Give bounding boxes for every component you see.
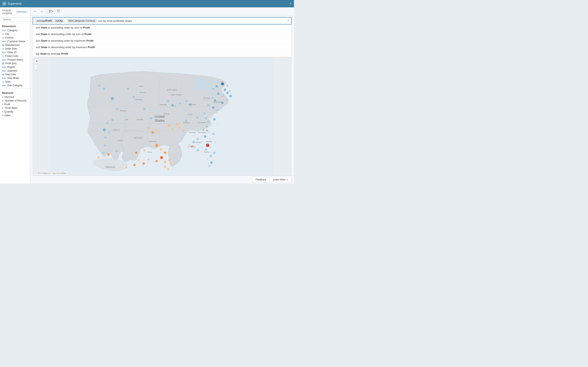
svg-point-168 xyxy=(179,126,181,129)
learn-more-button[interactable]: Learn More ↗ xyxy=(270,177,292,182)
query-clear-button[interactable]: × xyxy=(287,19,289,23)
feedback-button[interactable]: Feedback xyxy=(252,177,270,182)
main-layout: Analysis complete i Refresh › 🔍 Dimensio… xyxy=(0,7,294,184)
external-link-icon: ↗ xyxy=(286,179,288,181)
refresh-button[interactable]: Refresh › xyxy=(18,10,28,13)
svg-point-100 xyxy=(216,85,218,87)
svg-point-73 xyxy=(107,140,109,142)
svg-point-32 xyxy=(194,86,201,90)
sidebar-item-order-date[interactable]: ⊞ Order Date xyxy=(0,47,30,50)
svg-point-91 xyxy=(175,94,177,96)
sidebar-item-discount[interactable]: # Discount xyxy=(0,95,30,99)
svg-text:S: S xyxy=(4,3,5,5)
suggestion-item-2[interactable]: sort State in descending order by sum of… xyxy=(33,31,291,38)
toolbar-divider xyxy=(46,9,46,13)
svg-point-118 xyxy=(203,112,206,115)
map-view-button[interactable]: ▾ xyxy=(48,9,55,14)
token-prefix: by xyxy=(56,19,58,22)
sidebar-item-postal-code[interactable]: ⊕ Postal Code xyxy=(0,54,30,58)
map-arrow-right[interactable]: › xyxy=(35,65,37,69)
svg-point-110 xyxy=(214,99,216,101)
dim-label: State xyxy=(5,80,11,83)
token-bold: City xyxy=(58,19,63,22)
map-controls: ⊞ xyxy=(35,59,39,63)
dim-label: Order Date xyxy=(5,47,17,50)
sidebar-item-profit-ratio[interactable]: #⁺ Profit Ratio xyxy=(0,106,30,110)
link-icon: ⧓ xyxy=(2,44,4,47)
measure-label: Profit xyxy=(4,103,10,106)
svg-point-120 xyxy=(205,117,207,119)
svg-point-170 xyxy=(147,127,150,129)
sidebar-item-number-of-records[interactable]: #⁺ Number of Records xyxy=(0,99,30,103)
sidebar-item-sales[interactable]: # Sales xyxy=(0,114,30,117)
close-button[interactable]: × xyxy=(290,2,292,6)
sidebar-item-profit[interactable]: # Profit xyxy=(0,103,30,106)
query-input[interactable] xyxy=(98,19,286,22)
svg-point-134 xyxy=(197,138,199,140)
search-box: 🔍 xyxy=(0,16,30,23)
dim-label: Postal Code xyxy=(5,55,18,58)
sidebar-item-ship-date[interactable]: ▦ Ship Date xyxy=(0,73,30,76)
search-input[interactable] xyxy=(2,17,30,22)
sidebar-item-segment[interactable]: Abc Segment xyxy=(0,69,30,73)
map-container: United States Mexico Montana North Dakot… xyxy=(33,57,292,175)
svg-point-176 xyxy=(206,143,209,147)
info-icon[interactable]: i xyxy=(16,10,18,13)
map-icon xyxy=(49,10,52,13)
token-comma: , xyxy=(65,19,66,22)
sidebar-item-category[interactable]: Abc Category xyxy=(0,29,30,32)
sidebar-item-region[interactable]: Abc Region xyxy=(0,65,30,69)
svg-text:Utah: Utah xyxy=(125,118,129,120)
svg-point-105 xyxy=(222,94,224,96)
suggestion-item-3[interactable]: sort State in ascending order by maximum… xyxy=(33,38,291,44)
dim-label: Category xyxy=(7,29,17,32)
query-token-by-city: by City xyxy=(54,19,64,23)
measure-label: Profit Ratio xyxy=(5,107,17,109)
suggestion-item-1[interactable]: sort State in ascending order by sum of … xyxy=(33,25,291,31)
sidebar-item-profit-bin[interactable]: ▦ Profit (bin) xyxy=(0,62,30,65)
svg-point-72 xyxy=(104,136,107,138)
svg-point-12 xyxy=(57,11,58,12)
dim-label: Order ID xyxy=(7,51,17,54)
bottom-bar: Feedback Learn More ↗ xyxy=(30,175,294,184)
svg-point-116 xyxy=(217,109,219,111)
sidebar-item-product-name[interactable]: Abc Product Name xyxy=(0,58,30,62)
globe-icon: ⊕ xyxy=(2,33,4,35)
suggestion-item-4[interactable]: sort State in descending order by maximu… xyxy=(33,44,291,50)
sidebar-item-sub-category[interactable]: Abc Sub-Category xyxy=(0,83,30,87)
sidebar-item-city[interactable]: ⊕ City xyxy=(0,32,30,36)
filter-prefix: filter xyxy=(68,19,73,22)
svg-text:Florida: Florida xyxy=(204,151,209,153)
svg-text:Wyoming: Wyoming xyxy=(135,99,142,101)
suggestion-item-5[interactable]: top State by average Profit xyxy=(33,50,291,57)
svg-point-126 xyxy=(210,125,212,127)
svg-point-69 xyxy=(106,122,109,124)
svg-point-68 xyxy=(111,119,113,121)
sidebar-item-country[interactable]: ⊕ Country xyxy=(0,36,30,40)
present-icon xyxy=(57,9,60,13)
svg-point-87 xyxy=(139,112,141,114)
svg-point-162 xyxy=(138,159,140,161)
sidebar-item-order-id[interactable]: Abc Order ID xyxy=(0,50,30,54)
svg-point-141 xyxy=(205,148,207,151)
forward-button[interactable]: → xyxy=(39,9,44,14)
present-button[interactable] xyxy=(57,9,60,14)
sidebar-item-quantity[interactable]: # Quantity xyxy=(0,110,30,114)
svg-point-99 xyxy=(212,88,214,90)
svg-point-125 xyxy=(206,125,208,128)
sidebar-item-state[interactable]: ⊕ State xyxy=(0,80,30,83)
svg-point-70 xyxy=(103,128,105,131)
sidebar-item-customer-name[interactable]: Abc Customer Name xyxy=(0,40,30,43)
svg-point-66 xyxy=(111,97,114,100)
title-bar: S Superstore × xyxy=(0,0,294,7)
svg-point-115 xyxy=(212,106,215,109)
svg-point-84 xyxy=(138,100,140,102)
sidebar-item-ship-mode[interactable]: Abc Ship Mode xyxy=(0,76,30,80)
back-button[interactable]: ← xyxy=(33,9,38,14)
map-expand-button[interactable]: ⊞ xyxy=(35,59,39,63)
svg-point-139 xyxy=(197,149,199,151)
svg-text:Wisconsin: Wisconsin xyxy=(188,104,196,106)
sidebar-item-manufacturer[interactable]: ⧓ Manufacturer xyxy=(0,43,30,47)
abc-icon: Abc xyxy=(2,69,6,72)
svg-point-167 xyxy=(170,162,172,165)
